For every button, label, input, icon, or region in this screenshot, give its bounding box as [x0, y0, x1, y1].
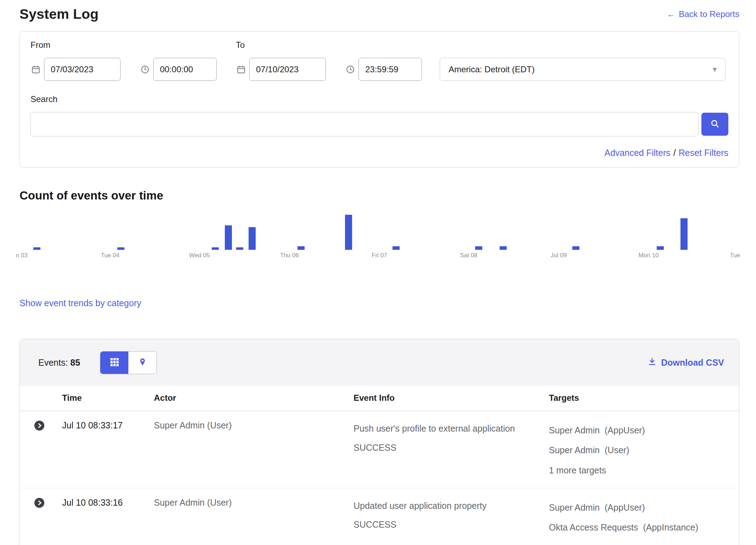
events-table-header: Time Actor Event Info Targets: [20, 386, 739, 411]
axis-tick-label: Tue 04: [101, 252, 119, 259]
chart-bar: [680, 218, 688, 250]
search-input[interactable]: [30, 112, 699, 136]
event-actor: Super Admin (User): [154, 411, 354, 488]
from-date-input[interactable]: [44, 58, 121, 81]
event-targets-cell: Super Admin (AppUser) Okta Access Reques…: [549, 488, 739, 545]
event-targets-cell: Super Admin (AppUser) Super Admin (User)…: [549, 411, 739, 488]
event-info-cell: Updated user application property SUCCES…: [354, 488, 549, 545]
chart-title: Count of events over time: [20, 189, 739, 202]
column-header-event-info: Event Info: [354, 386, 549, 411]
back-link-label: Back to Reports: [679, 9, 739, 19]
event-target: Super Admin (AppUser): [549, 420, 739, 440]
chart-bar: [236, 247, 243, 250]
axis-tick-label: Wed 05: [189, 252, 210, 259]
axis-tick-label: Tue: [730, 252, 740, 259]
event-target: Super Admin (User): [549, 440, 739, 460]
search-icon: [710, 119, 720, 130]
events-count-value: 85: [70, 358, 80, 367]
chart-bar: [117, 247, 124, 250]
calendar-icon: [236, 65, 246, 74]
download-icon: [647, 357, 657, 368]
from-group: From: [30, 40, 217, 81]
download-csv-link[interactable]: Download CSV: [647, 357, 724, 368]
page-title: System Log: [20, 6, 99, 22]
to-time-input[interactable]: [358, 58, 422, 81]
grid-view-icon: [110, 358, 119, 368]
event-count-chart: [20, 214, 739, 250]
clock-icon: [345, 65, 356, 74]
search-label: Search: [30, 94, 728, 104]
axis-tick-label: Fri 07: [372, 252, 387, 259]
chart-bar: [249, 227, 256, 250]
timezone-value: America: Detroit (EDT): [449, 64, 535, 74]
calendar-icon: [30, 65, 41, 74]
advanced-filters-link[interactable]: Advanced Filters: [605, 148, 671, 158]
clock-icon: [140, 65, 150, 74]
reset-filters-link[interactable]: Reset Filters: [679, 148, 728, 158]
events-header: Events: 85 Download CSV: [20, 339, 739, 386]
chart-bar: [225, 225, 232, 250]
to-date-input[interactable]: [249, 58, 326, 81]
to-group: To: [236, 40, 422, 81]
table-view-button[interactable]: [100, 352, 128, 374]
axis-tick-label: Thu 06: [280, 252, 299, 259]
chart-bar: [298, 246, 305, 250]
axis-tick-label: Sat 08: [460, 252, 477, 259]
event-target: Super Admin (AppUser): [549, 498, 739, 517]
column-header-targets: Targets: [549, 386, 739, 411]
event-info-cell: Push user's profile to external applicat…: [354, 411, 549, 488]
topbar: System Log ← Back to Reports: [20, 6, 739, 22]
expand-row-button[interactable]: [34, 498, 45, 508]
system-log-page: System Log ← Back to Reports From: [0, 0, 756, 545]
chart-bar: [393, 246, 400, 250]
event-info-text: Push user's profile to external applicat…: [354, 420, 531, 437]
filter-panel: From To: [20, 31, 739, 168]
event-target-more: 1 more targets: [549, 460, 739, 480]
chart-bar: [657, 246, 664, 250]
table-row: Jul 10 08:33:16 Super Admin (User) Updat…: [20, 488, 739, 545]
chart-x-axis: n 03Tue 04Wed 05Thu 06Fri 07Sat 08Jul 09…: [20, 252, 739, 263]
chevron-right-circle-icon: [34, 427, 45, 432]
view-toggle: [100, 351, 157, 374]
event-time: Jul 10 08:33:17: [62, 411, 154, 488]
event-target: Okta Access Requests (AppInstance): [549, 517, 739, 537]
event-info-text: Updated user application property: [354, 498, 531, 515]
back-to-reports-link[interactable]: ← Back to Reports: [667, 9, 739, 19]
axis-tick-label: Jul 09: [551, 252, 567, 259]
from-label: From: [30, 40, 217, 50]
column-header-actor: Actor: [154, 386, 354, 411]
chart-bar: [572, 246, 579, 250]
chart-bar: [475, 246, 482, 250]
event-time: Jul 10 08:33:16: [62, 488, 154, 545]
column-header-time: Time: [62, 386, 154, 411]
table-row: Jul 10 08:33:17 Super Admin (User) Push …: [20, 411, 739, 488]
event-outcome: SUCCESS: [354, 516, 549, 533]
chart-bar: [212, 247, 219, 250]
event-actor: Super Admin (User): [154, 488, 354, 545]
events-panel: Events: 85 Download CSV: [20, 339, 739, 545]
chevron-down-icon: ▾: [713, 65, 717, 74]
to-label: To: [236, 40, 422, 50]
expand-row-button[interactable]: [34, 420, 45, 431]
chevron-right-circle-icon: [34, 504, 45, 509]
search-button[interactable]: [701, 113, 728, 136]
back-arrow-icon: ←: [667, 9, 675, 19]
filter-links: Advanced Filters/Reset Filters: [30, 148, 728, 158]
chart-bar: [345, 215, 352, 250]
events-count: Events: 85: [38, 358, 80, 368]
links-separator: /: [671, 148, 679, 158]
from-time-input[interactable]: [153, 58, 217, 81]
location-pin-icon: [138, 358, 147, 368]
timezone-select[interactable]: America: Detroit (EDT) ▾: [440, 58, 726, 81]
event-outcome: SUCCESS: [354, 439, 549, 456]
show-event-trends-link[interactable]: Show event trends by category: [20, 298, 141, 308]
axis-tick-label: Mon 10: [639, 252, 659, 259]
chart-bar: [33, 247, 40, 250]
map-view-button[interactable]: [128, 352, 156, 374]
chart-bar: [500, 246, 507, 250]
download-csv-label: Download CSV: [661, 358, 724, 368]
axis-tick-label: n 03: [16, 252, 28, 259]
